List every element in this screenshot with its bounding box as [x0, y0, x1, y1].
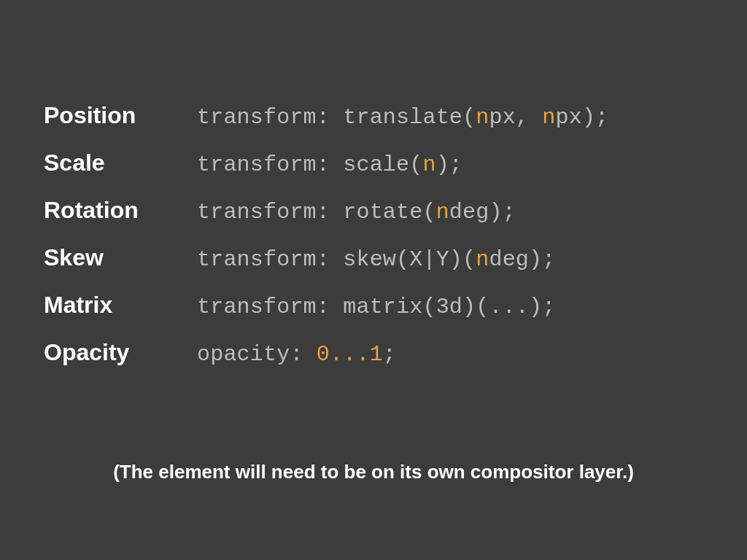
row-code: transform: rotate(ndeg); — [197, 200, 516, 225]
row-code: transform: translate(npx, npx); — [197, 105, 608, 130]
row-position: Position transform: translate(npx, npx); — [44, 102, 703, 130]
row-label: Opacity — [44, 339, 197, 366]
row-label: Position — [44, 102, 197, 129]
row-matrix: Matrix transform: matrix(3d)(...); — [44, 292, 703, 319]
row-code: transform: skew(X|Y)(ndeg); — [197, 247, 555, 272]
row-code: transform: matrix(3d)(...); — [197, 295, 555, 319]
footnote: (The element will need to be on its own … — [0, 461, 747, 483]
row-label: Scale — [44, 149, 197, 176]
row-label: Rotation — [44, 197, 197, 224]
row-label: Skew — [44, 244, 197, 271]
slide: Position transform: translate(npx, npx);… — [0, 0, 747, 560]
row-scale: Scale transform: scale(n); — [44, 149, 703, 177]
row-code: opacity: 0...1; — [197, 342, 396, 367]
row-code: transform: scale(n); — [197, 152, 462, 177]
row-skew: Skew transform: skew(X|Y)(ndeg); — [44, 244, 703, 272]
row-rotation: Rotation transform: rotate(ndeg); — [44, 197, 703, 225]
row-opacity: Opacity opacity: 0...1; — [44, 339, 703, 367]
row-label: Matrix — [44, 292, 197, 319]
